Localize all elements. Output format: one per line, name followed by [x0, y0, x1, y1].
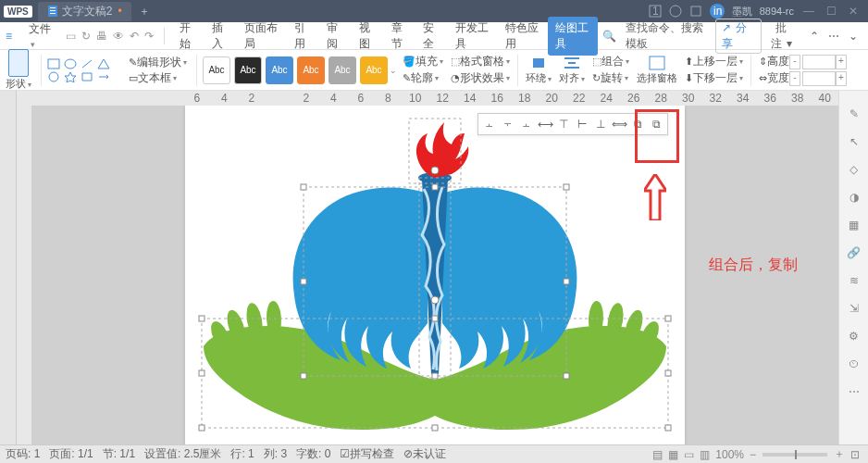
zoom-value[interactable]: 100%: [715, 448, 744, 461]
view-icon[interactable]: ▥: [700, 448, 710, 461]
popup-icon[interactable]: ⫟: [500, 116, 516, 132]
titlebar-icon[interactable]: [689, 5, 702, 18]
shape-icon[interactable]: [81, 71, 93, 82]
expand-icon[interactable]: ⌄: [849, 30, 858, 43]
zoom-plus[interactable]: ＋: [834, 446, 845, 462]
style-preset[interactable]: Abc: [266, 56, 293, 84]
move-up-button[interactable]: ⬆上移一层: [685, 54, 743, 70]
shape-label[interactable]: 形状: [6, 77, 31, 91]
ribbon-tab[interactable]: 视图: [352, 17, 384, 56]
fill-button[interactable]: 🪣填充: [403, 54, 443, 70]
collapse-icon[interactable]: ⌃: [810, 30, 819, 43]
popup-icon[interactable]: ⟷: [537, 116, 553, 132]
ribbon-tab[interactable]: 开发工具: [448, 17, 498, 56]
shapes-gallery[interactable]: [45, 57, 123, 83]
qa-icon[interactable]: ▭: [66, 30, 76, 43]
link-icon[interactable]: 🔗: [845, 244, 863, 262]
wrap-icon[interactable]: [529, 55, 548, 71]
qa-icon[interactable]: ↶: [130, 30, 139, 43]
shape-icon[interactable]: [64, 71, 77, 82]
width-plus[interactable]: +: [836, 71, 847, 86]
ribbon-tab-active[interactable]: 绘图工具: [548, 17, 598, 56]
qa-icon[interactable]: 🖶: [96, 30, 107, 43]
view-icon[interactable]: ▦: [668, 448, 678, 461]
outline-button[interactable]: ✎轮廓: [403, 70, 443, 87]
settings-icon[interactable]: ⚙: [845, 327, 863, 345]
select-pane-label[interactable]: 选择窗格: [637, 71, 677, 85]
height-minus[interactable]: -: [789, 55, 800, 69]
wrap-label[interactable]: 环绕: [526, 71, 552, 85]
page[interactable]: ⫠ ⫟ ⫠ ⟷ ⊤ ⊢ ⊥ ⟺ ⧉ ⧉ 组合后，复制: [185, 106, 685, 444]
shape-icon[interactable]: [64, 58, 77, 69]
qa-icon[interactable]: ↻: [81, 30, 91, 43]
shape-icon[interactable]: [97, 71, 110, 82]
maximize-button[interactable]: ☐: [820, 5, 842, 18]
popup-icon[interactable]: ⫠: [481, 116, 498, 132]
group-button[interactable]: ⬚组合: [592, 54, 629, 70]
history-icon[interactable]: ⏲: [845, 355, 863, 373]
popup-icon[interactable]: ⟺: [611, 116, 627, 132]
gallery-expand-icon[interactable]: ⌄: [390, 66, 393, 75]
row[interactable]: 行: 1: [230, 446, 254, 462]
popup-icon[interactable]: ⫠: [518, 116, 535, 132]
style-preset[interactable]: Abc: [234, 56, 262, 84]
share-button[interactable]: ↗分享: [715, 19, 762, 54]
ribbon-tab[interactable]: 特色应用: [498, 17, 548, 56]
view-icon[interactable]: ▤: [652, 448, 663, 461]
page-of[interactable]: 页面: 1/1: [49, 446, 93, 462]
select-pane-icon[interactable]: [648, 55, 666, 71]
ribbon-tab[interactable]: 审阅: [319, 17, 352, 56]
cert[interactable]: ⊘未认证: [403, 446, 446, 462]
align-label[interactable]: 对齐: [559, 71, 585, 85]
grid-icon[interactable]: ▦: [845, 216, 863, 234]
titlebar-icon[interactable]: 1: [649, 5, 662, 18]
shape-icon[interactable]: ◇: [845, 160, 863, 179]
page-scroll[interactable]: ⫠ ⫟ ⫠ ⟷ ⊤ ⊢ ⊥ ⟺ ⧉ ⧉ 组合后，复制: [31, 106, 838, 444]
more-icon[interactable]: ⋯: [828, 30, 839, 43]
textbox[interactable]: ▭文本框: [129, 70, 187, 86]
pencil-icon[interactable]: ✎: [845, 105, 863, 123]
bucket-icon[interactable]: ◑: [845, 188, 863, 206]
user-name[interactable]: 墨凯: [732, 5, 752, 19]
shape-icon[interactable]: [97, 58, 110, 69]
shape-icon[interactable]: [47, 58, 60, 69]
edit-shape[interactable]: ✎编辑形状: [129, 55, 187, 70]
minimize-button[interactable]: —: [798, 5, 820, 18]
align-icon[interactable]: [563, 55, 581, 71]
popup-icon[interactable]: ⊥: [592, 116, 609, 132]
setting-value[interactable]: 设置值: 2.5厘米: [144, 446, 221, 462]
qa-icon[interactable]: 👁: [113, 30, 124, 43]
popup-icon[interactable]: ⊤: [555, 116, 572, 132]
ribbon-tab[interactable]: 章节: [384, 17, 416, 56]
page-number[interactable]: 页码: 1: [6, 446, 40, 462]
more-icon[interactable]: ⋯: [845, 382, 863, 401]
format-pane-button[interactable]: ⬚格式窗格: [451, 54, 510, 70]
section[interactable]: 节: 1/1: [103, 446, 135, 462]
width-input[interactable]: [802, 71, 836, 86]
style-preset[interactable]: Abc: [360, 56, 388, 84]
comment-button[interactable]: 批注▾: [771, 20, 800, 52]
move-down-button[interactable]: ⬇下移一层: [685, 70, 743, 87]
ribbon-tab[interactable]: 插入: [205, 17, 237, 56]
ribbon-tab[interactable]: 开始: [172, 17, 205, 56]
vertical-ruler[interactable]: [17, 106, 31, 444]
zoom-minus[interactable]: −: [750, 448, 756, 461]
spell-check[interactable]: ☑拼写检查: [340, 446, 394, 462]
ribbon-tab[interactable]: 页面布局: [237, 17, 287, 56]
file-menu[interactable]: 文件: [25, 21, 57, 50]
shape-icon[interactable]: [47, 71, 60, 82]
column[interactable]: 列: 3: [264, 446, 287, 462]
ribbon-tab[interactable]: 引用: [287, 17, 319, 56]
fit-icon[interactable]: ⊡: [850, 448, 860, 461]
view-icon[interactable]: ▭: [684, 448, 694, 461]
qa-icon[interactable]: ↷: [144, 30, 154, 43]
shape-effect-button[interactable]: ◔形状效果: [451, 70, 510, 87]
width-minus[interactable]: -: [789, 71, 800, 86]
titlebar-icon[interactable]: [669, 5, 682, 18]
shape-picker[interactable]: [8, 49, 29, 77]
search-text[interactable]: 查找命令、搜索模板: [626, 20, 706, 52]
user-avatar[interactable]: in: [710, 4, 725, 19]
zoom-slider[interactable]: [763, 453, 827, 457]
hamburger-icon[interactable]: ≡: [6, 30, 19, 43]
rotate-button[interactable]: ↻旋转: [592, 70, 629, 87]
